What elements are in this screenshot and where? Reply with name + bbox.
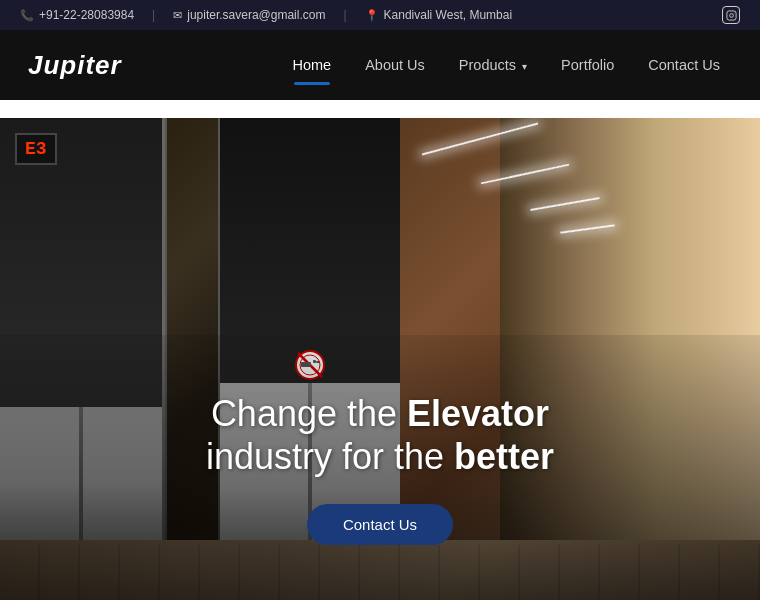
tagline-emphasis2: better xyxy=(454,436,554,477)
instagram-icon[interactable] xyxy=(722,6,740,24)
nav-link-portfolio[interactable]: Portfolio xyxy=(549,49,626,81)
nav-menu: Home About Us Products ▾ Portfolio Conta… xyxy=(280,49,732,81)
svg-rect-0 xyxy=(726,10,735,19)
hero-tagline: Change the Elevator industry for the bet… xyxy=(0,392,760,478)
svg-point-1 xyxy=(729,13,733,17)
floor-display: E3 xyxy=(15,133,57,165)
nav-link-about[interactable]: About Us xyxy=(353,49,437,81)
tagline-emphasis1: Elevator xyxy=(407,393,549,434)
tagline-part1: Change the xyxy=(211,393,407,434)
nav-link-contact[interactable]: Contact Us xyxy=(636,49,732,81)
svg-point-2 xyxy=(733,12,734,13)
hero-cta-button[interactable]: Contact Us xyxy=(307,504,453,545)
phone-icon: 📞 xyxy=(20,9,34,22)
white-strip xyxy=(0,100,760,118)
navbar: Jupiter Home About Us Products ▾ Portfol… xyxy=(0,30,760,100)
tagline-part2: industry for the xyxy=(206,436,454,477)
location-icon: 📍 xyxy=(365,9,379,22)
nav-link-products[interactable]: Products ▾ xyxy=(447,49,539,81)
top-bar: 📞 +91-22-28083984 | ✉ jupiter.savera@gma… xyxy=(0,0,760,30)
divider-2: | xyxy=(343,8,346,22)
divider-1: | xyxy=(152,8,155,22)
phone-item: 📞 +91-22-28083984 xyxy=(20,8,134,22)
email-address: jupiter.savera@gmail.com xyxy=(187,8,325,22)
phone-number: +91-22-28083984 xyxy=(39,8,134,22)
hero-section: E3 xyxy=(0,118,760,600)
hero-content: Change the Elevator industry for the bet… xyxy=(0,392,760,600)
brand-logo[interactable]: Jupiter xyxy=(28,50,122,81)
location-item: 📍 Kandivali West, Mumbai xyxy=(365,8,513,22)
products-dropdown-arrow: ▾ xyxy=(522,61,527,72)
top-bar-contact-info: 📞 +91-22-28083984 | ✉ jupiter.savera@gma… xyxy=(20,8,512,22)
email-item: ✉ jupiter.savera@gmail.com xyxy=(173,8,325,22)
location-text: Kandivali West, Mumbai xyxy=(384,8,513,22)
nav-link-home[interactable]: Home xyxy=(280,49,343,81)
email-icon: ✉ xyxy=(173,9,182,22)
